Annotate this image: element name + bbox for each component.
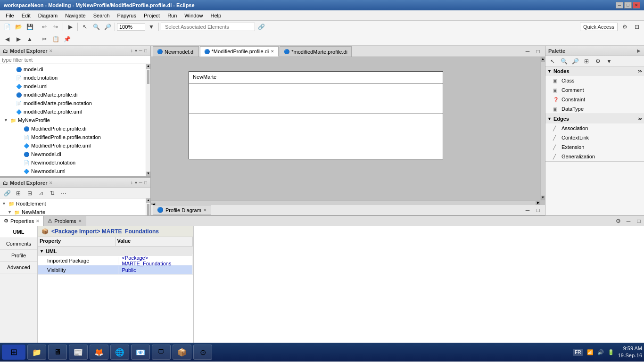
tree-item-model-di[interactable]: 🔵 model.di <box>0 65 146 74</box>
palette-nodes-header[interactable]: ▼ Nodes ≫ <box>545 66 644 76</box>
palette-dropdown[interactable]: ▼ <box>604 56 614 66</box>
open-button[interactable]: 📂 <box>13 22 24 32</box>
me-collapse-btn[interactable]: ▾ <box>134 48 138 54</box>
edges-collapse-btn[interactable]: ≫ <box>638 116 642 121</box>
nodes-collapse-btn[interactable]: ≫ <box>638 69 642 74</box>
me-bottom-sync[interactable]: ↕ <box>130 180 133 186</box>
menu-file[interactable]: File <box>2 12 18 19</box>
editor-scroll-down[interactable]: ▼ <box>541 196 545 200</box>
palette-zoom-out[interactable]: 🔎 <box>570 56 580 66</box>
palette-contextlink-item[interactable]: ╱ ContextLink <box>545 133 644 142</box>
me-bottom-scrollbar[interactable]: ▲ ▼ <box>146 198 150 215</box>
zoom-out[interactable]: 🔎 <box>102 22 113 32</box>
menu-search[interactable]: Search <box>90 12 114 19</box>
taskbar-app-3[interactable]: 📰 <box>69 345 88 360</box>
model-filter-input[interactable] <box>0 56 150 64</box>
tree-item-newmodel-uml[interactable]: 🔷 Newmodel.uml <box>0 167 146 175</box>
profile-diagram-tab[interactable]: 🔵 Profile Diagram ✕ <box>153 206 211 215</box>
profile-tab-close[interactable]: ✕ <box>203 208 207 213</box>
editor-max-btn[interactable]: □ <box>533 46 543 57</box>
maximize-button[interactable]: □ <box>624 2 632 8</box>
toolbar-maximize[interactable]: ⊡ <box>632 22 642 32</box>
menu-help[interactable]: Help <box>206 12 225 19</box>
prop-tab-profile[interactable]: Profile <box>0 250 37 262</box>
tab-modifiedprofile[interactable]: 🔵 *ModifiedProfile.profile.di ✕ <box>200 46 279 57</box>
tree-item-newmodel-di[interactable]: 🔵 Newmodel.di <box>0 150 146 158</box>
taskbar-app-8[interactable]: 📦 <box>173 345 191 360</box>
edit-copy[interactable]: 📋 <box>50 34 61 44</box>
tree-item-marte-uml[interactable]: 🔷 modifiedMarte.profile.uml <box>0 107 146 116</box>
tree-item-modprofile-uml[interactable]: 🔷 ModifiedProfile.profile.uml <box>0 141 146 150</box>
menu-diagram[interactable]: Diagram <box>34 12 62 19</box>
taskbar-app-2[interactable]: 🖥 <box>48 345 67 360</box>
palette-select[interactable]: ↖ <box>547 56 558 66</box>
edit-paste[interactable]: 📌 <box>62 34 72 44</box>
prop-tab-uml[interactable]: UML <box>0 226 37 238</box>
zoom-in[interactable]: 🔍 <box>91 22 101 32</box>
tree-item-mynewprofile[interactable]: ▼ 📁 MyNewProfile <box>0 116 146 124</box>
me-collapse-all[interactable]: ⊟ <box>25 188 35 198</box>
tree-item-marte-di[interactable]: 🔵 modifiedMarte.profile.di <box>0 90 146 99</box>
arrow-tool[interactable]: ↖ <box>80 22 90 32</box>
editor-scroll-left[interactable]: ◀ <box>151 203 156 205</box>
taskbar-app-6[interactable]: 📧 <box>131 345 150 360</box>
palette-settings[interactable]: ⚙ <box>593 56 603 66</box>
me-bottom-collapse[interactable]: ▾ <box>134 180 138 186</box>
taskbar-app-1[interactable]: 📁 <box>27 345 46 360</box>
taskbar-app-4[interactable]: 🦊 <box>90 345 108 360</box>
editor-min-btn[interactable]: ─ <box>522 46 533 57</box>
palette-edges-header[interactable]: ▼ Edges ≫ <box>545 114 644 123</box>
tab-newmodel[interactable]: 🔵 Newmodel.di <box>153 46 199 57</box>
menu-edit[interactable]: Edit <box>18 12 34 19</box>
me-bottom-max[interactable]: □ <box>144 180 148 186</box>
menu-window[interactable]: Window <box>181 12 206 19</box>
editor-scroll-right[interactable]: ▶ <box>536 201 540 205</box>
quick-access-label[interactable]: Quick Access <box>580 23 618 31</box>
redo-button[interactable]: ↪ <box>50 22 61 32</box>
taskbar-app-5[interactable]: 🌐 <box>110 345 129 360</box>
me-link-btn[interactable]: 🔗 <box>2 188 12 198</box>
tree-item-model-notation[interactable]: 📄 model.notation <box>0 74 146 82</box>
profile-bar-min[interactable]: ─ <box>522 205 533 215</box>
bottom-min[interactable]: ─ <box>623 216 634 226</box>
save-button[interactable]: 💾 <box>25 22 35 32</box>
problems-tab-close[interactable]: ✕ <box>78 219 82 223</box>
scroll-down[interactable]: ▼ <box>146 172 150 176</box>
palette-datatype-item[interactable]: ▣ DataType <box>545 104 644 114</box>
undo-button[interactable]: ↩ <box>39 22 50 32</box>
prop-row-visibility[interactable]: Visibility Public <box>38 265 193 275</box>
taskbar-app-7[interactable]: 🛡 <box>152 345 171 360</box>
tree-item-model-uml[interactable]: 🔷 model.uml <box>0 82 146 90</box>
run-button[interactable]: ▶ <box>65 22 75 32</box>
toolbar-settings[interactable]: ⚙ <box>619 22 630 32</box>
select-associated-input[interactable] <box>161 23 255 31</box>
palette-association-item[interactable]: ╱ Association <box>545 123 644 133</box>
prop-tab-comments[interactable]: Comments <box>0 238 37 250</box>
edit-cut[interactable]: ✂ <box>39 34 50 44</box>
select-assoc-btn[interactable]: 🔗 <box>256 22 266 32</box>
me-expand-btn[interactable]: ⊞ <box>13 188 24 198</box>
palette-generalization-item[interactable]: ╱ Generalization <box>545 152 644 161</box>
palette-comment-item[interactable]: ▣ Comment <box>545 85 644 95</box>
me-bottom-min[interactable]: ─ <box>139 180 143 186</box>
tree-item-modprofile-notation[interactable]: 📄 ModifiedProfile.profile.notation <box>0 133 146 141</box>
nav-fwd[interactable]: ▶ <box>13 34 24 44</box>
tree-item-marte-notation[interactable]: 📄 modifiedMarte.profile.notation <box>0 99 146 107</box>
tree-item-modprofile-di[interactable]: 🔵 ModifiedProfile.profile.di <box>0 124 146 133</box>
menu-navigate[interactable]: Navigate <box>61 12 89 19</box>
palette-zoom-in[interactable]: 🔍 <box>559 56 569 66</box>
palette-expand[interactable]: ▶ <box>636 48 641 54</box>
nav-up[interactable]: ▲ <box>25 34 35 44</box>
menu-run[interactable]: Run <box>164 12 181 19</box>
menu-papyrus[interactable]: Papyrus <box>114 12 140 19</box>
profile-bar-max[interactable]: □ <box>533 205 543 215</box>
palette-constraint-item[interactable]: ❓ Constraint <box>545 95 644 104</box>
start-button[interactable]: ⊞ <box>2 345 25 360</box>
minimize-button[interactable]: ─ <box>616 2 623 8</box>
me-max-btn[interactable]: □ <box>144 48 148 54</box>
taskbar-app-9[interactable]: ⊙ <box>193 345 212 360</box>
props-tab-close[interactable]: ✕ <box>36 219 40 223</box>
close-button[interactable]: ✕ <box>633 2 640 8</box>
palette-fit[interactable]: ⊞ <box>581 56 592 66</box>
properties-tab[interactable]: ⚙ Properties ✕ <box>0 216 44 226</box>
